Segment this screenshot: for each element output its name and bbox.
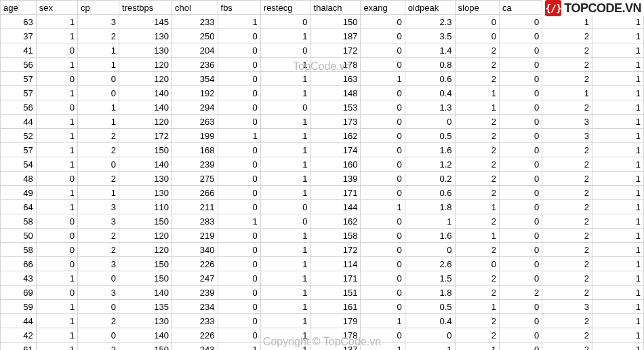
cell: 0.2 [405,172,455,186]
cell: 1 [592,86,644,100]
cell: 120 [119,229,172,243]
cell: 0 [260,43,310,58]
cell: 233 [172,15,218,29]
table-row: 57101401920114800.41011 [1,86,644,100]
cell: 1 [455,343,499,351]
cell: 137 [310,343,361,351]
cell: 140 [119,286,172,300]
cell: 1 [36,186,77,200]
cell: 236 [172,58,218,72]
cell: 1 [592,328,644,343]
table-row: 57001203540116310.62021 [1,72,644,86]
cell: 52 [1,129,37,143]
cell: 1 [260,271,310,286]
cell: 1 [36,343,77,351]
table-row: 49111302660117100.62021 [1,186,644,200]
cell: 43 [1,271,37,286]
cell: 226 [172,328,218,343]
cell: 1 [36,86,77,100]
cell: 0 [499,15,542,29]
table-row: 48021302750113900.22021 [1,172,644,186]
cell: 0 [361,300,405,314]
cell: 0 [218,243,260,257]
cell: 1 [592,186,644,200]
cell: 199 [172,129,218,143]
cell: 1 [260,129,310,143]
cell: 1 [592,43,644,58]
cell: 0 [218,100,260,115]
cell: 2 [542,286,592,300]
col-header-chol: chol [172,1,218,15]
table-row: 50021202190115801.61021 [1,229,644,243]
cell: 0 [218,157,260,172]
cell: 0 [361,129,405,143]
cell: 1 [260,286,310,300]
cell: 3 [77,257,119,271]
cell: 0 [499,143,542,157]
table-row: 56111202360117800.82021 [1,58,644,72]
cell: 239 [172,157,218,172]
cell: 2 [542,229,592,243]
cell: 69 [1,286,37,300]
cell: 178 [310,328,361,343]
cell: 0 [218,72,260,86]
cell: 0.4 [405,86,455,100]
cell: 0 [499,58,542,72]
cell: 1 [405,343,455,351]
cell: 0 [361,157,405,172]
cell: 2 [77,143,119,157]
cell: 0 [405,328,455,343]
cell: 168 [172,143,218,157]
cell: 56 [1,100,37,115]
cell: 1 [260,314,310,328]
cell: 1 [260,300,310,314]
cell: 0 [218,58,260,72]
cell: 114 [310,257,361,271]
cell: 0 [499,29,542,43]
cell: 2 [542,343,592,351]
cell: 130 [119,29,172,43]
table-row: 611215024311137111021 [1,343,644,351]
cell: 1 [592,200,644,214]
cell: 1 [455,300,499,314]
cell: 1 [260,328,310,343]
cell: 0.6 [405,186,455,200]
cell: 1 [36,314,77,328]
cell: 158 [310,229,361,243]
cell: 1 [260,58,310,72]
cell: 2 [77,29,119,43]
cell: 1.5 [405,271,455,286]
cell: 140 [119,86,172,100]
cell: 192 [172,86,218,100]
cell: 243 [172,343,218,351]
cell: 0 [361,229,405,243]
cell: 2 [542,243,592,257]
cell: 0 [77,157,119,172]
cell: 174 [310,143,361,157]
cell: 2 [542,271,592,286]
cell: 1 [455,86,499,100]
cell: 1 [36,157,77,172]
cell: 58 [1,214,37,229]
cell: 0 [218,328,260,343]
cell: 0 [260,15,310,29]
cell: 0 [361,115,405,129]
cell: 2.6 [405,257,455,271]
topcode-logo: {/} TOPCODE.VN [542,0,644,16]
cell: 0 [499,328,542,343]
cell: 120 [119,58,172,72]
cell: 1 [260,115,310,129]
cell: 1 [260,72,310,86]
cell: 0 [260,100,310,115]
cell: 171 [310,186,361,200]
cell: 1.4 [405,43,455,58]
cell: 0 [361,43,405,58]
cell: 1 [77,43,119,58]
cell: 140 [119,100,172,115]
cell: 0 [36,257,77,271]
cell: 1 [260,257,310,271]
cell: 2 [455,143,499,157]
table-row: 44121302330117910.42021 [1,314,644,328]
cell: 2 [542,72,592,86]
cell: 2 [499,286,542,300]
